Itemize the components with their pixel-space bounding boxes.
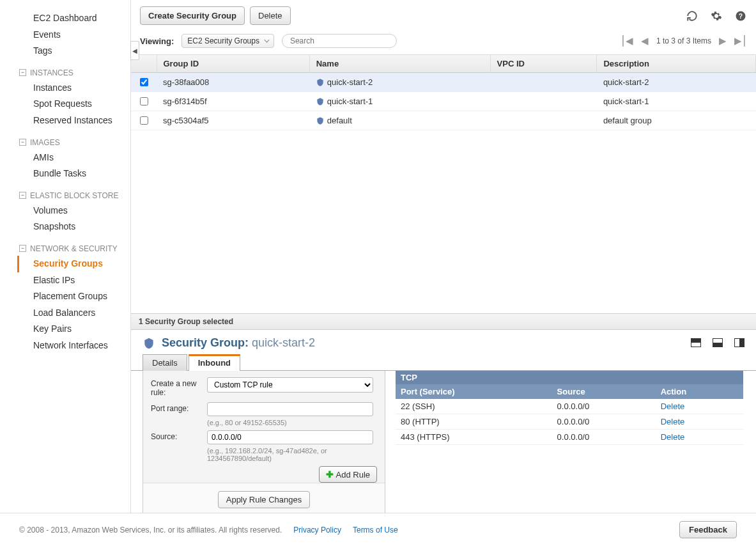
tab-inbound[interactable]: Inbound — [189, 354, 240, 371]
pager-text: 1 to 3 of 3 Items — [656, 36, 711, 45]
page-last-icon[interactable]: ▶⎮ — [734, 35, 747, 47]
add-rule-button[interactable]: ✚ Add Rule — [319, 466, 377, 483]
rules-col-port: Port (Service) — [396, 384, 552, 399]
source-input[interactable] — [207, 430, 373, 444]
refresh-icon[interactable] — [686, 10, 698, 22]
plus-icon: ✚ — [326, 469, 334, 480]
page-next-icon[interactable]: ▶ — [719, 35, 727, 47]
nav-events[interactable]: Events — [19, 27, 130, 43]
column-vpc-id[interactable]: VPC ID — [490, 55, 597, 73]
cell-name: quick-start-2 — [309, 73, 490, 92]
sidebar: EC2 Dashboard Events Tags −INSTANCESInst… — [0, 0, 131, 517]
rule-source: 0.0.0.0/0 — [552, 414, 656, 430]
create-rule-label: Create a new rule: — [151, 377, 202, 397]
source-label: Source: — [151, 430, 202, 441]
sidebar-item-instances[interactable]: Instances — [19, 80, 130, 97]
column-group-id[interactable]: Group ID — [157, 55, 309, 73]
footer: © 2008 - 2013, Amazon Web Services, Inc.… — [0, 513, 756, 546]
cell-description: quick-start-2 — [597, 73, 756, 92]
tab-details[interactable]: Details — [143, 354, 187, 371]
table-row[interactable]: sg-38faa008 quick-start-2quick-start-2 — [131, 73, 756, 92]
details-title-value: quick-start-2 — [252, 336, 315, 349]
rules-col-action: Action — [656, 384, 743, 399]
apply-rule-changes-button[interactable]: Apply Rule Changes — [218, 491, 311, 508]
sidebar-item-key-pairs[interactable]: Key Pairs — [19, 321, 130, 338]
main-panel: ◀ Create Security Group Delete ? — [131, 0, 756, 517]
help-icon[interactable]: ? — [734, 10, 747, 22]
security-group-icon — [143, 336, 155, 350]
rule-delete-link[interactable]: Delete — [661, 432, 685, 442]
table-row[interactable]: sg-c5304af5 defaultdefault group — [131, 111, 756, 130]
cell-description: quick-start-1 — [597, 92, 756, 111]
rules-protocol-header: TCP — [396, 371, 743, 384]
collapse-icon: − — [19, 192, 26, 199]
page-prev-icon[interactable]: ◀ — [641, 35, 649, 47]
cell-group-id: sg-38faa008 — [157, 73, 309, 92]
page-first-icon[interactable]: ⎮◀ — [621, 35, 633, 47]
selection-status-bar: 1 Security Group selected — [131, 313, 756, 330]
sidebar-section-header[interactable]: −ELASTIC BLOCK STORE — [19, 182, 130, 203]
rules-table: TCP Port (Service) Source Action 22 (SSH… — [396, 371, 743, 517]
svg-text:?: ? — [739, 12, 743, 19]
table-row[interactable]: sg-6f314b5f quick-start-1quick-start-1 — [131, 92, 756, 111]
rule-delete-link[interactable]: Delete — [661, 402, 685, 411]
cell-description: default group — [597, 111, 756, 130]
sidebar-item-amis[interactable]: AMIs — [19, 150, 130, 166]
create-security-group-button[interactable]: Create Security Group — [140, 6, 245, 25]
sidebar-section-header[interactable]: −IMAGES — [19, 129, 130, 150]
sidebar-item-volumes[interactable]: Volumes — [19, 203, 130, 219]
feedback-button[interactable]: Feedback — [679, 521, 737, 538]
column-name[interactable]: Name — [309, 55, 490, 73]
collapse-icon: − — [19, 69, 26, 76]
rule-port: 443 (HTTPS) — [396, 430, 552, 445]
cell-name: default — [309, 111, 490, 130]
rules-col-source: Source — [552, 384, 656, 399]
footer-terms-link[interactable]: Terms of Use — [353, 526, 398, 534]
sidebar-section-header[interactable]: −NETWORK & SECURITY — [19, 235, 130, 256]
row-checkbox[interactable] — [140, 116, 148, 125]
rule-source: 0.0.0.0/0 — [552, 430, 656, 445]
port-range-hint: (e.g., 80 or 49152-65535) — [207, 419, 377, 426]
cell-vpc-id — [490, 92, 597, 111]
sidebar-item-security-groups[interactable]: Security Groups — [17, 256, 130, 272]
sidebar-item-placement-groups[interactable]: Placement Groups — [19, 288, 130, 305]
rule-port: 22 (SSH) — [396, 399, 552, 414]
viewing-label: Viewing: — [140, 36, 174, 46]
gear-icon[interactable] — [710, 10, 723, 22]
sidebar-item-bundle-tasks[interactable]: Bundle Tasks — [19, 166, 130, 182]
footer-privacy-link[interactable]: Privacy Policy — [293, 526, 341, 534]
sidebar-item-reserved-instances[interactable]: Reserved Instances — [19, 113, 130, 129]
sidebar-collapse-handle[interactable]: ◀ — [130, 41, 139, 60]
layout-bottom-icon[interactable] — [713, 338, 723, 347]
rule-delete-link[interactable]: Delete — [661, 417, 685, 426]
row-checkbox[interactable] — [140, 97, 148, 105]
viewing-dropdown[interactable]: EC2 Security Groups — [181, 34, 274, 48]
sidebar-item-load-balancers[interactable]: Load Balancers — [19, 305, 130, 322]
row-checkbox[interactable] — [140, 78, 148, 86]
details-title-label: Security Group: — [162, 336, 249, 349]
source-hint: (e.g., 192.168.2.0/24, sg-47ad482e, or 1… — [207, 447, 377, 462]
rule-row: 80 (HTTP)0.0.0.0/0Delete — [396, 414, 743, 430]
rule-row: 443 (HTTPS)0.0.0.0/0Delete — [396, 430, 743, 445]
layout-top-icon[interactable] — [691, 338, 701, 347]
sidebar-section-header[interactable]: −INSTANCES — [19, 59, 130, 80]
sidebar-item-network-interfaces[interactable]: Network Interfaces — [19, 338, 130, 354]
search-input[interactable] — [282, 34, 397, 48]
cell-vpc-id — [490, 111, 597, 130]
sidebar-item-elastic-ips[interactable]: Elastic IPs — [19, 272, 130, 289]
cell-group-id: sg-c5304af5 — [157, 111, 309, 130]
security-groups-table: Group ID Name VPC ID Description sg-38fa… — [131, 55, 756, 313]
rule-source: 0.0.0.0/0 — [552, 399, 656, 414]
sidebar-item-spot-requests[interactable]: Spot Requests — [19, 96, 130, 113]
rule-row: 22 (SSH)0.0.0.0/0Delete — [396, 399, 743, 414]
rule-type-select[interactable]: Custom TCP rule — [207, 377, 373, 393]
column-description[interactable]: Description — [597, 55, 756, 73]
port-range-label: Port range: — [151, 402, 202, 413]
nav-tags[interactable]: Tags — [19, 43, 130, 59]
port-range-input[interactable] — [207, 402, 373, 416]
nav-ec2-dashboard[interactable]: EC2 Dashboard — [19, 10, 130, 27]
sidebar-item-snapshots[interactable]: Snapshots — [19, 219, 130, 235]
layout-right-icon[interactable] — [734, 338, 744, 347]
delete-button[interactable]: Delete — [250, 6, 291, 25]
cell-group-id: sg-6f314b5f — [157, 92, 309, 111]
